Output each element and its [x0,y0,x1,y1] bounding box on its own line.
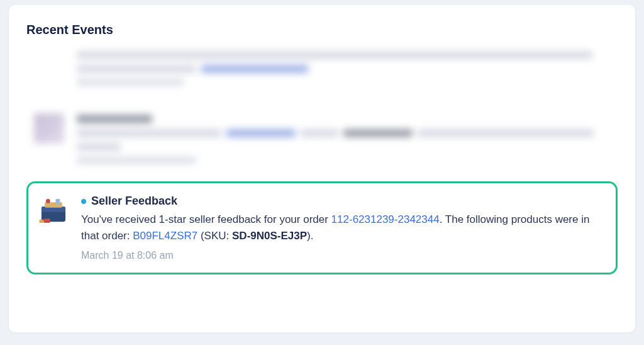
svg-point-3 [46,199,50,203]
event-title-row: Seller Feedback [81,195,603,208]
sku-value: SD-9N0S-EJ3P [232,230,307,242]
event-body-blurred [77,50,610,86]
recent-events-card: Recent Events [9,5,635,332]
event-avatar-placeholder [34,50,64,80]
event-avatar-placeholder [34,113,64,144]
event-row-highlighted[interactable]: Seller Feedback You've received 1-star s… [26,181,618,274]
event-row-blurred [26,47,618,88]
event-title: Seller Feedback [91,195,177,208]
panel-title: Recent Events [26,23,618,37]
event-text-part: ). [307,230,313,242]
seller-feedback-box-icon [37,195,70,227]
event-row-blurred [26,111,618,166]
asin-link[interactable]: B09FL4ZSR7 [133,230,197,242]
events-list: Seller Feedback You've received 1-star s… [26,45,618,274]
svg-rect-4 [55,199,60,205]
event-body: Seller Feedback You've received 1-star s… [81,195,603,261]
event-timestamp: March 19 at 8:06 am [81,250,603,261]
svg-rect-5 [43,218,50,223]
unread-dot-icon [81,199,86,204]
event-text-part: You've received 1-star seller feedback f… [81,213,331,225]
order-link[interactable]: 112-6231239-2342344 [331,213,440,225]
event-body-blurred [77,113,610,164]
event-description: You've received 1-star seller feedback f… [81,212,603,245]
svg-rect-6 [39,220,43,223]
event-text-part: (SKU: [197,230,232,242]
